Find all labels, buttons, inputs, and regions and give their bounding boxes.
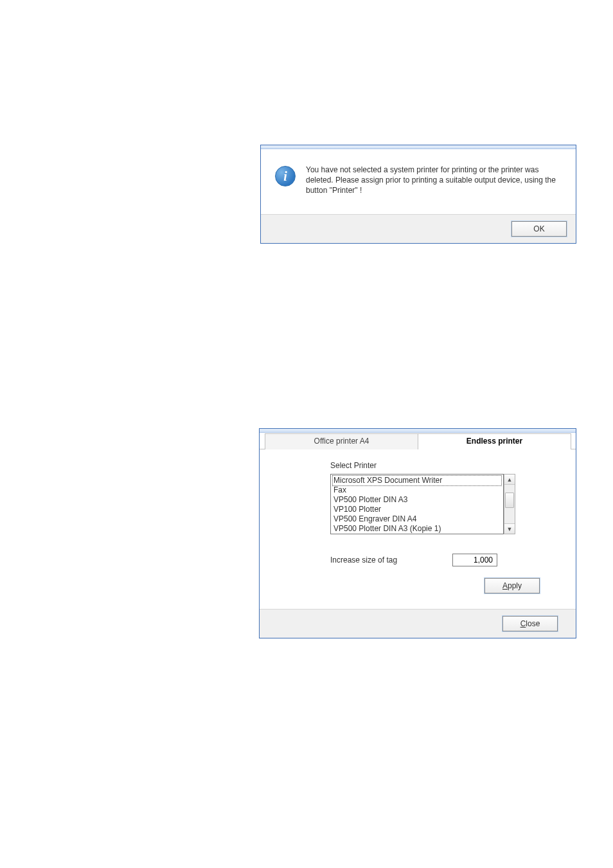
printer-dialog-footer: Close — [260, 609, 576, 638]
info-dialog-message: You have not selected a system printer f… — [298, 165, 563, 196]
ok-button[interactable]: OK — [511, 221, 567, 237]
printer-option[interactable]: Fax — [332, 485, 502, 495]
tab-office-printer-label: Office printer A4 — [314, 437, 369, 446]
tab-endless-printer[interactable]: Endless printer — [418, 433, 571, 449]
printer-list-scrollbar[interactable]: ▲ ▼ — [504, 474, 515, 534]
increase-size-row: Increase size of tag — [330, 554, 558, 566]
close-rest: lose — [526, 619, 540, 628]
apply-rest: pply — [508, 581, 522, 590]
tab-panel-endless: Select Printer Microsoft XPS Document Wr… — [260, 449, 576, 609]
scroll-up-icon[interactable]: ▲ — [504, 475, 515, 485]
scroll-thumb[interactable] — [505, 493, 514, 508]
info-icon-glyph: i — [283, 169, 287, 184]
printer-option[interactable]: VP500 Plotter DIN A3 (Kopie 1) — [332, 524, 502, 534]
printer-listbox-wrap: Microsoft XPS Document Writer Fax VP500 … — [330, 474, 515, 534]
printer-option[interactable]: Microsoft XPS Document Writer — [332, 475, 502, 486]
printer-listbox[interactable]: Microsoft XPS Document Writer Fax VP500 … — [330, 474, 504, 534]
panel-footer: Apply — [330, 566, 558, 600]
info-icon-wrap: i — [272, 165, 298, 196]
info-dialog: i You have not selected a system printer… — [260, 145, 576, 244]
info-dialog-footer: OK — [261, 214, 576, 243]
tab-endless-printer-label: Endless printer — [466, 437, 522, 446]
printer-option[interactable]: VP500 Plotter DIN A3 — [332, 495, 502, 505]
tabs-row: Office printer A4 Endless printer — [260, 433, 576, 449]
increase-size-input[interactable] — [452, 554, 497, 566]
printer-option[interactable]: VP500 Engraver DIN A4 — [332, 514, 502, 524]
apply-button[interactable]: Apply — [484, 578, 540, 593]
select-printer-label: Select Printer — [330, 461, 558, 470]
printer-option[interactable]: VP100 Plotter — [332, 505, 502, 514]
info-dialog-body: i You have not selected a system printer… — [261, 149, 576, 214]
increase-size-label: Increase size of tag — [330, 556, 452, 565]
scroll-down-icon[interactable]: ▼ — [504, 523, 515, 534]
tab-office-printer[interactable]: Office printer A4 — [265, 433, 418, 449]
info-icon: i — [275, 166, 296, 186]
printer-dialog: Office printer A4 Endless printer Select… — [259, 428, 576, 638]
close-button[interactable]: Close — [502, 616, 558, 631]
scroll-track[interactable] — [504, 485, 515, 523]
apply-mnemonic: A — [502, 581, 508, 590]
